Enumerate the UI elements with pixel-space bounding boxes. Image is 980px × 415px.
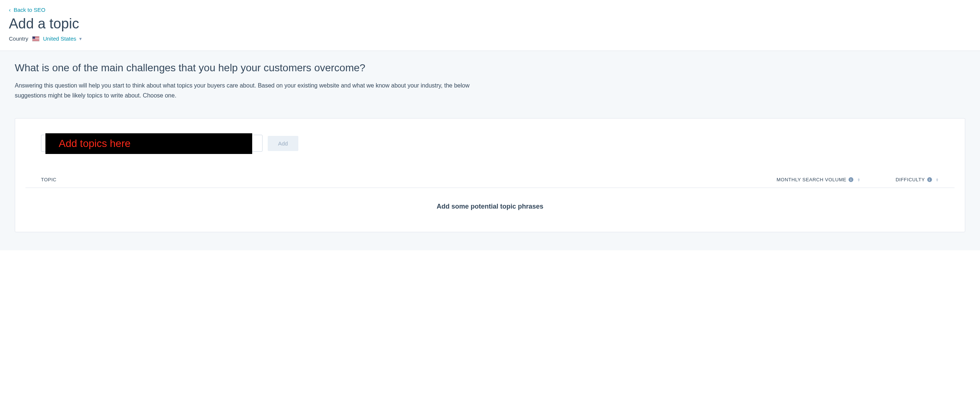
topic-input[interactable] (41, 135, 262, 152)
column-msv[interactable]: MONTHLY SEARCH VOLUME i ▲▼ (776, 177, 891, 182)
page-title: Add a topic (9, 16, 971, 32)
topic-input-row: Add topics here Add (25, 135, 955, 152)
prompt-description: Answering this question will help you st… (15, 81, 491, 100)
empty-state-message: Add some potential topic phrases (25, 188, 955, 210)
country-selector-row: Country United States ▼ (9, 35, 971, 42)
sort-arrows-icon[interactable]: ▲▼ (857, 178, 861, 182)
country-dropdown[interactable]: United States ▼ (43, 35, 83, 42)
topic-card: Add topics here Add TOPIC MONTHLY SEARCH… (15, 118, 965, 232)
prompt-heading: What is one of the main challenges that … (15, 62, 965, 74)
sort-arrows-icon[interactable]: ▲▼ (936, 178, 939, 182)
country-label: Country (9, 35, 29, 42)
column-topic: TOPIC (41, 177, 776, 182)
info-icon[interactable]: i (848, 177, 853, 182)
back-to-seo-link[interactable]: ‹ Back to SEO (9, 6, 45, 13)
caret-down-icon: ▼ (79, 37, 83, 41)
info-icon[interactable]: i (927, 177, 932, 182)
column-difficulty[interactable]: DIFFICULTY i ▲▼ (891, 177, 939, 182)
chevron-left-icon: ‹ (9, 7, 11, 13)
country-selected-value: United States (43, 35, 76, 42)
table-header-row: TOPIC MONTHLY SEARCH VOLUME i ▲▼ DIFFICU… (25, 177, 955, 188)
page-header: ‹ Back to SEO Add a topic Country United… (0, 0, 980, 51)
us-flag-icon (32, 36, 40, 41)
add-button[interactable]: Add (268, 136, 298, 151)
column-msv-label: MONTHLY SEARCH VOLUME (776, 177, 846, 182)
content-area: What is one of the main challenges that … (0, 51, 980, 250)
column-difficulty-label: DIFFICULTY (896, 177, 924, 182)
back-link-label: Back to SEO (14, 6, 45, 13)
